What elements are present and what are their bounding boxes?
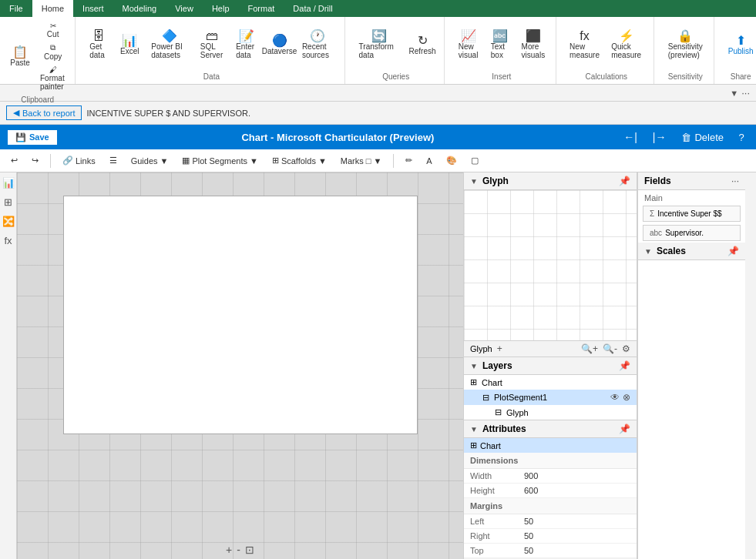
scales-pin-button[interactable]: 📌 [727, 246, 739, 256]
glyph-collapse-icon[interactable]: ▼ [470, 177, 478, 186]
more-options-icon[interactable]: ··· [741, 87, 750, 99]
paste-button[interactable]: 📋 Paste [6, 43, 34, 70]
queries-label: Queries [354, 69, 438, 81]
fit-button[interactable]: ⊡ [245, 544, 254, 556]
glyph-pin-button[interactable]: 📌 [619, 176, 630, 186]
get-data-button[interactable]: 🗄 Get data [85, 27, 113, 62]
undo-button[interactable]: ↩ [6, 154, 22, 167]
transform-data-button[interactable]: 🔄 Transform data [354, 27, 405, 62]
list-button[interactable]: ☰ [105, 154, 122, 167]
menu-home[interactable]: Home [32, 0, 73, 17]
attr-left-value: 50 [524, 517, 630, 526]
delete-icon: 🗑 [681, 132, 691, 143]
glyph-zoom-out-button[interactable]: 🔍- [603, 343, 617, 354]
text-style-button[interactable]: A [422, 155, 436, 167]
links-button[interactable]: 🔗 Links [58, 154, 100, 167]
layers-title: Layers [482, 360, 512, 371]
dataverse-button[interactable]: 🔵 Dataverse [264, 32, 294, 59]
zoom-out-button[interactable]: - [237, 544, 240, 556]
help-button[interactable]: ? [734, 130, 748, 144]
pencil-button[interactable]: ✏ [401, 154, 417, 167]
format-painter-icon: 🖌 [49, 65, 57, 74]
back-to-report-button[interactable]: ◀ Back to report [6, 105, 82, 120]
clipboard-buttons: 📋 Paste ✂ Cut ⧉ Copy 🖌 Format painter [6, 20, 69, 92]
menu-help[interactable]: Help [203, 0, 239, 17]
sensitivity-button[interactable]: 🔒 Sensitivity (preview) [664, 27, 707, 62]
pencil-icon: ✏ [405, 156, 412, 166]
expand-right-button[interactable]: |→ [648, 129, 671, 145]
copy-button[interactable]: ⧉ Copy [37, 42, 69, 62]
menu-file[interactable]: File [0, 0, 32, 17]
attr-height-row: Height 600 [464, 484, 637, 498]
field-supervisor[interactable]: abc Supervisor. [643, 225, 741, 241]
save-button[interactable]: 💾 Save [8, 130, 57, 145]
scaffolds-icon: ⊞ [272, 156, 279, 166]
layer-chart[interactable]: ⊞ Chart [464, 375, 637, 390]
menu-format[interactable]: Format [239, 0, 284, 17]
menu-modeling[interactable]: Modeling [113, 0, 166, 17]
sql-server-button[interactable]: 🗃 SQL Server [196, 27, 228, 62]
ribbon: 📋 Paste ✂ Cut ⧉ Copy 🖌 Format painter Cl… [0, 17, 756, 85]
format-painter-button[interactable]: 🖌 Format painter [37, 64, 69, 92]
attributes-collapse-icon[interactable]: ▼ [470, 425, 478, 433]
layers-collapse-icon[interactable]: ▼ [470, 362, 478, 370]
fields-title: Fields [644, 176, 671, 186]
quick-measure-button[interactable]: ⚡ Quick measure [606, 27, 647, 62]
guides-button[interactable]: Guides ▼ [126, 155, 173, 167]
refresh-button[interactable]: ↻ Refresh [407, 32, 437, 59]
attr-chart-item[interactable]: ⊞ Chart [464, 438, 637, 453]
layer-delete-button[interactable]: ⊗ [623, 392, 630, 403]
fields-more-button[interactable]: ··· [731, 176, 739, 186]
scaffolds-button[interactable]: ⊞ Scaffolds ▼ [267, 154, 331, 167]
layer-plot-segment[interactable]: ⊟ PlotSegment1 👁 ⊗ [464, 390, 637, 405]
new-measure-icon: fx [580, 30, 589, 42]
glyph-settings-button[interactable]: ⚙ [622, 343, 630, 354]
layers-pin-button[interactable]: 📌 [619, 360, 630, 371]
sensitivity-icon: 🔒 [677, 30, 693, 42]
attributes-header-actions: 📌 [619, 423, 630, 434]
plot-segments-button[interactable]: ▦ Plot Segments ▼ [177, 154, 262, 167]
layer-visibility-button[interactable]: 👁 [610, 392, 620, 403]
marks-button[interactable]: Marks □ ▼ [336, 155, 387, 167]
scales-collapse-icon[interactable]: ▼ [644, 247, 652, 256]
zoom-in-button[interactable]: + [226, 544, 232, 556]
chart-canvas[interactable] [63, 196, 418, 434]
new-measure-button[interactable]: fx New measure [566, 27, 603, 62]
filter-icon[interactable]: ▼ [730, 89, 738, 98]
layer-glyph[interactable]: ⊟ Glyph [464, 405, 637, 420]
shape-button[interactable]: ▢ [466, 154, 483, 167]
publish-button[interactable]: ⬆ Publish [724, 32, 756, 59]
paint-button[interactable]: 🎨 [442, 154, 462, 167]
sql-icon: 🗃 [206, 30, 218, 42]
ribbon-share: ⬆ Publish Share [717, 17, 756, 84]
glyph-add-button[interactable]: + [497, 343, 502, 354]
glyph-canvas[interactable] [464, 190, 637, 340]
excel-button[interactable]: 📊 Excel [116, 32, 143, 59]
attr-height-label: Height [470, 486, 524, 495]
guides-dropdown-icon: ▼ [160, 156, 169, 166]
cut-button[interactable]: ✂ Cut [37, 20, 69, 40]
menu-insert[interactable]: Insert [73, 0, 113, 17]
power-bi-button[interactable]: 🔷 Power BI datasets [146, 27, 193, 62]
enter-data-button[interactable]: 📝 Enter data [231, 27, 261, 62]
expand-left-button[interactable]: ←| [619, 129, 642, 145]
chart-icon[interactable]: 📊 [2, 177, 15, 189]
dax-icon[interactable]: fx [4, 235, 12, 246]
fields-panel: Fields ··· Main Σ Incentive Super $$ abc… [637, 172, 745, 243]
excel-icon: 📊 [122, 35, 137, 47]
menu-view[interactable]: View [166, 0, 203, 17]
glyph-zoom-in-button[interactable]: 🔍+ [581, 343, 598, 354]
redo-button[interactable]: ↪ [27, 154, 43, 167]
menu-data-drill[interactable]: Data / Drill [284, 0, 341, 17]
table-icon[interactable]: ⊞ [4, 196, 12, 208]
ribbon-calculations: fx New measure ⚡ Quick measure Calculati… [559, 17, 654, 84]
field-incentive[interactable]: Σ Incentive Super $$ [643, 206, 741, 222]
delete-button[interactable]: 🗑 Delete [677, 130, 728, 145]
text-box-icon: 🔤 [492, 30, 508, 42]
model-icon[interactable]: 🔀 [2, 216, 15, 227]
attributes-pin-button[interactable]: 📌 [619, 423, 630, 434]
text-box-button[interactable]: 🔤 Text box [486, 27, 514, 62]
new-visual-button[interactable]: 📈 New visual [454, 27, 483, 62]
recent-sources-button[interactable]: 🕐 Recent sources [297, 27, 338, 62]
more-visuals-button[interactable]: ⬛ More visuals [517, 27, 549, 62]
